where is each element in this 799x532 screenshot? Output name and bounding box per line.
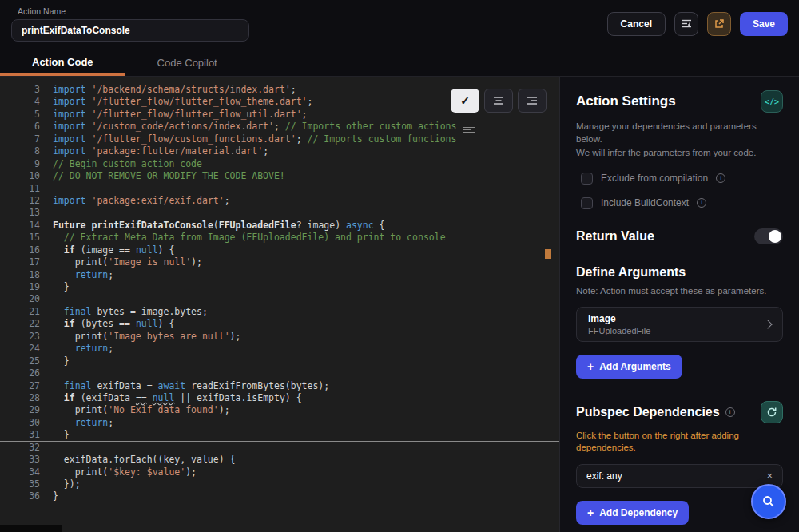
checkbox-include-buildcontext[interactable]: Include BuildContext	[581, 197, 783, 209]
code-text: });	[53, 478, 81, 490]
format-code-button[interactable]	[674, 12, 698, 36]
code-line[interactable]: 32	[0, 442, 559, 454]
code-line[interactable]: 6import '/custom_code/actions/index.dart…	[0, 121, 559, 133]
tab-action-code[interactable]: Action Code	[0, 50, 125, 76]
code-line[interactable]: 23 print('Image bytes are null');	[0, 331, 559, 343]
code-line[interactable]: 17 print('Image is null');	[0, 256, 559, 268]
view-code-button[interactable]	[761, 90, 783, 113]
info-icon[interactable]	[725, 407, 735, 417]
action-name-input[interactable]	[11, 19, 249, 42]
line-number: 36	[0, 490, 53, 502]
format-lines-icon	[680, 18, 693, 30]
return-value-heading: Return Value	[576, 229, 654, 244]
align-center-button[interactable]	[484, 89, 513, 113]
code-line[interactable]: 12import 'package:exif/exif.dart';	[0, 195, 559, 207]
line-number: 35	[0, 478, 53, 490]
line-number: 5	[0, 109, 53, 121]
open-external-button[interactable]	[707, 12, 731, 36]
editor-toolbar	[451, 89, 547, 113]
code-line[interactable]: 9// Begin custom action code	[0, 158, 559, 170]
line-number: 4	[0, 96, 53, 108]
checkbox-box[interactable]	[581, 173, 593, 185]
code-line[interactable]: 16 if (image == null) {	[0, 244, 559, 256]
code-line[interactable]: 25 }	[0, 355, 559, 367]
add-arguments-button[interactable]: Add Arguments	[576, 355, 682, 379]
apply-check-button[interactable]	[451, 89, 479, 113]
remove-dependency-icon[interactable]	[766, 470, 773, 481]
tab-bar: Action Code Code Copilot	[0, 50, 799, 77]
code-line[interactable]: 14Future printExifDataToConsole(FFUpload…	[0, 220, 559, 232]
line-number: 19	[0, 281, 53, 293]
line-number: 32	[0, 442, 53, 454]
code-text: // Begin custom action code	[53, 158, 202, 170]
code-line[interactable]: 7import '/flutter_flow/custom_functions.…	[0, 133, 559, 145]
code-text: import '/backend/schema/structs/index.da…	[53, 84, 296, 96]
code-text: import '/flutter_flow/custom_functions.d…	[53, 133, 456, 145]
code-line[interactable]: 8import 'package:flutter/material.dart';	[0, 145, 559, 157]
code-line[interactable]: 30 return;	[0, 417, 559, 429]
code-line[interactable]: 13	[0, 207, 559, 219]
code-line[interactable]: 24 return;	[0, 343, 559, 355]
pubspec-heading: Pubspec Dependencies	[576, 405, 720, 419]
code-line[interactable]: 10// DO NOT REMOVE OR MODIFY THE CODE AB…	[0, 170, 559, 182]
refresh-dependencies-button[interactable]	[761, 401, 783, 423]
return-value-toggle[interactable]	[754, 228, 783, 244]
line-number: 10	[0, 170, 53, 182]
code-line[interactable]: 19 }	[0, 281, 559, 293]
code-line[interactable]: 20	[0, 293, 559, 305]
plus-icon	[587, 360, 594, 373]
action-name-label: Action Name	[18, 6, 66, 16]
editor-scrollbar[interactable]	[547, 77, 551, 532]
code-line[interactable]: 34 print('$key: $value');	[0, 466, 559, 478]
code-line[interactable]: 31 }	[0, 429, 559, 441]
code-line[interactable]: 35 });	[0, 478, 559, 490]
save-button[interactable]: Save	[740, 12, 788, 36]
code-line[interactable]: 15 // Extract Meta Data from Image (FFUp…	[0, 232, 559, 244]
toggle-knob	[769, 230, 781, 243]
code-text: final exifData = await readExifFromBytes…	[53, 380, 329, 392]
indent-button[interactable]	[518, 89, 547, 113]
code-line[interactable]: 21 final bytes = image.bytes;	[0, 306, 559, 318]
line-number: 18	[0, 269, 53, 281]
code-line[interactable]: 36}	[0, 490, 559, 502]
code-text: final bytes = image.bytes;	[53, 306, 208, 318]
add-dependency-button[interactable]: Add Dependency	[576, 501, 689, 525]
code-line[interactable]: 22 if (bytes == null) {	[0, 318, 559, 330]
define-arguments-heading: Define Arguments	[576, 265, 783, 280]
code-text: print('$key: $value');	[53, 466, 197, 478]
code-line[interactable]: 27 final exifData = await readExifFromBy…	[0, 380, 559, 392]
open-external-icon	[714, 18, 725, 30]
argument-card-image[interactable]: image FFUploadedFile	[576, 307, 783, 342]
code-text: if (exifData == null || exifData.isEmpty…	[53, 392, 302, 404]
add-arguments-label: Add Arguments	[599, 361, 671, 372]
code-line[interactable]: 18 return;	[0, 269, 559, 281]
code-text: if (bytes == null) {	[53, 318, 174, 330]
scrollbar-corner	[0, 525, 62, 532]
code-line[interactable]: 26	[0, 367, 559, 379]
code-lines: 3import '/backend/schema/structs/index.d…	[0, 77, 559, 503]
code-editor[interactable]: 3import '/backend/schema/structs/index.d…	[0, 77, 559, 532]
search-icon	[761, 494, 776, 509]
checkbox-exclude-compilation[interactable]: Exclude from compilation	[581, 173, 783, 185]
code-text: import '/flutter_flow/flutter_flow_util.…	[53, 109, 308, 121]
code-line[interactable]: 29 print('No Exif data found');	[0, 404, 559, 416]
align-center-icon	[492, 96, 505, 105]
tab-code-copilot[interactable]: Code Copilot	[125, 50, 249, 76]
code-line[interactable]: 33 exifData.forEach((key, value) {	[0, 454, 559, 466]
scrollbar-change-marker	[545, 249, 551, 259]
cancel-button[interactable]: Cancel	[607, 12, 666, 36]
code-line[interactable]: 28 if (exifData == null || exifData.isEm…	[0, 392, 559, 404]
search-fab-button[interactable]	[751, 484, 786, 519]
line-number: 7	[0, 133, 53, 145]
code-text: exifData.forEach((key, value) {	[53, 454, 235, 466]
argument-name: image	[588, 313, 650, 324]
checkbox-label: Include BuildContext	[601, 197, 689, 208]
info-icon[interactable]	[716, 173, 725, 183]
define-arguments-note: Note: Action must accept these as parame…	[576, 286, 783, 296]
checkbox-box[interactable]	[581, 197, 593, 209]
code-line[interactable]: 11	[0, 183, 559, 195]
line-number: 22	[0, 318, 53, 330]
dependency-input[interactable]: exif: any	[576, 464, 783, 488]
code-text: }	[53, 281, 70, 293]
info-icon[interactable]	[697, 198, 706, 208]
